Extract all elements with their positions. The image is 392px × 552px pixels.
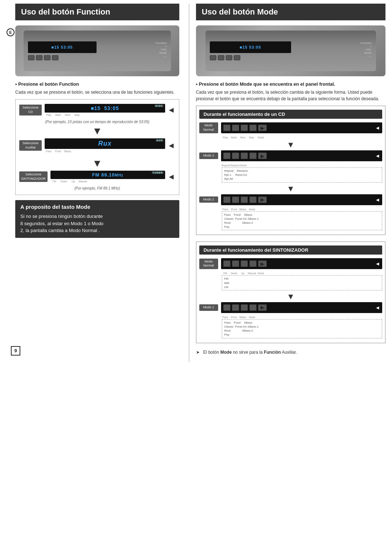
sint-modo1-options: Pass Pond SBass Classic Pond-On SBass-1 …: [222, 319, 382, 338]
cd-modo-normal-label: ModoNormal: [199, 122, 218, 133]
device-labels-right-mode: Function + VOL Mode —: [360, 41, 372, 58]
cd-modo-normal-row: ModoNormal ▶ ◄: [199, 122, 382, 133]
sint-modo-normal-row: ModoNormal ▶ ◄: [199, 258, 382, 269]
mode-body-text: Cada vez que se presiona el botón, la se…: [196, 89, 385, 102]
device-display-right: ■15 53:05: [210, 41, 291, 53]
left-column: Uso del botón Function ■15 53:05: [0, 4, 186, 362]
selection-box: SeleccioneCD ■15 53:05 DISC Play Back Ne…: [15, 99, 179, 195]
cd-modo1-options: Repeat Random Rpt-1 Rand-On Rpt-All: [222, 167, 382, 183]
page-container: E 9 Uso del botón Function ■15 53:05: [0, 0, 392, 362]
sintonizador-mode-section-title: Durante el funcionamiento del SINTONIZAD…: [199, 245, 382, 255]
proposito-box: A proposito del tasto Mode Si no se pres…: [15, 200, 179, 238]
device-image-right: ■15 53:05 Function +: [196, 25, 385, 76]
sint-modo1-row: Modo 1 ▶ ◄: [199, 302, 382, 313]
tuner-selection-row: SeleccioneSINTONIZADOR FM 89.10MHz TUNER…: [19, 171, 175, 183]
cd-modo2-label: Modo 2: [199, 196, 218, 203]
function-body-text: Cada vez que se presiona el botón, se se…: [15, 89, 179, 96]
sint-modo1-panel: ▶ ◄: [221, 302, 382, 313]
tuner-arrow: ◄: [167, 172, 175, 182]
sint-down-arrow-1: ▼: [199, 292, 382, 301]
device-buttons-right: [210, 55, 358, 60]
down-arrow-2: ▼: [19, 156, 175, 171]
device-display-left: ■15 53:05: [28, 41, 97, 53]
e-marker: E: [7, 28, 15, 36]
cd-modo1-btn-labels: Repeat Random Mode: [222, 164, 382, 167]
right-section-header: Uso del botón Mode: [196, 4, 385, 20]
aux-display: Rux AUX: [45, 138, 165, 149]
cd-sel-label: SeleccioneCD: [19, 105, 42, 115]
cd-down-arrow-1: ▼: [199, 140, 382, 150]
tuner-sel-label: SeleccioneSINTONIZADOR: [19, 171, 48, 182]
aux-arrow: ◄: [167, 141, 175, 150]
device-inner-left: ■15 53:05 Function +: [24, 31, 171, 71]
cd-modo1-row: Modo 1 ▶ ◄: [199, 150, 382, 161]
left-header-title: Uso del botón Function: [21, 7, 110, 17]
device-btn-back: [36, 55, 42, 60]
cd-btn-labels: Play Back Next Stop: [45, 114, 165, 116]
cd-mode-section: Durante el funcionamiento de un CD ModoN…: [196, 106, 385, 235]
right-column: Uso del botón Mode ■15 53:05: [192, 4, 392, 362]
cd-modo2-row: Modo 2 ▶ ◄: [199, 194, 382, 205]
device-inner-right: ■15 53:05 Function +: [205, 31, 376, 71]
tuner-display-wrapper: FM 89.10MHz TUNER FM Down Up Manual: [50, 171, 165, 183]
device-btn-play: [28, 55, 34, 60]
cd-modo2-btn-labels: Pass Pond SBass Mode: [222, 208, 382, 211]
aux-selection-row: SeleccioneAuxiliar Rux AUX Pass Pond SBa…: [19, 138, 175, 153]
device-btn-next: [44, 55, 50, 60]
cd-selection-row: SeleccioneCD ■15 53:05 DISC Play Back Ne…: [19, 104, 175, 116]
tuner-display: FM 89.10MHz TUNER: [50, 171, 165, 179]
sint-modo-normal-panel: ▶ ◄: [221, 258, 382, 269]
cd-arrow: ◄: [167, 105, 175, 115]
cd-modo2-options: Pass Pond SBass Classic Pond-On SBass-1 …: [222, 211, 382, 231]
sint-normal-btn-labels: FM Down Up Manual Mode: [222, 272, 382, 275]
proposito-title: A proposito del tasto Mode: [20, 204, 174, 210]
cd-modo-normal-panel: ▶ ◄: [221, 122, 382, 133]
sint-modo1-label: Modo 1: [199, 304, 218, 311]
device-image-left: ■15 53:05 Function +: [15, 25, 179, 76]
tuner-caption: (Por ejemplo, FM 89.1 MHz): [19, 186, 175, 190]
cd-modo1-panel: ▶ ◄: [221, 150, 382, 161]
cd-caption: (Por ejemplo, 15 pistas con un tiempo de…: [19, 120, 175, 124]
col-divider: [189, 4, 189, 362]
cd-modo1-label: Modo 1: [199, 153, 218, 159]
page-number: 9: [11, 346, 20, 356]
footnote: El botón Mode no sirve para la Función A…: [196, 350, 385, 355]
cd-display: ■15 53:05 DISC: [45, 104, 165, 113]
left-section-header: Uso del botón Function: [15, 4, 179, 20]
aux-sel-label: SeleccioneAuxiliar: [19, 140, 42, 151]
device-buttons-left: [28, 55, 153, 60]
right-header-title: Uso del botón Mode: [202, 7, 278, 17]
cd-mode-section-title: Durante el funcionamiento de un CD: [199, 110, 382, 119]
proposito-text: Si no se presiona ningún botón durante 8…: [20, 213, 174, 234]
tuner-btn-labels: FM Down Up Manual: [50, 180, 165, 183]
device-labels-right: Function + VOL Mode —: [155, 41, 167, 58]
bullet-function: Presione el botón Function: [15, 81, 179, 87]
cd-modo2-panel: ▶ ◄: [221, 194, 382, 205]
bullet-mode: Presione el botón Mode que se encuentra …: [196, 81, 385, 87]
sint-modo-normal-label: ModoNormal: [199, 259, 218, 269]
sintonizador-mode-section: Durante el funcionamiento del SINTONIZAD…: [196, 242, 385, 343]
cd-normal-btn-labels: Play Back Next Stop Mode: [222, 136, 382, 139]
cd-display-wrapper: ■15 53:05 DISC Play Back Next Stop: [45, 104, 165, 116]
device-btn-stop: [52, 55, 58, 60]
aux-btn-labels: Pass Pond SBass: [45, 150, 165, 153]
sint-normal-options: FM MW LW: [222, 275, 382, 291]
down-arrow-1: ▼: [19, 124, 175, 138]
aux-display-wrapper: Rux AUX Pass Pond SBass: [45, 138, 165, 153]
cd-down-arrow-2: ▼: [199, 184, 382, 194]
sint-modo1-btn-labels: Pass Pond SBass Mode: [222, 316, 382, 318]
